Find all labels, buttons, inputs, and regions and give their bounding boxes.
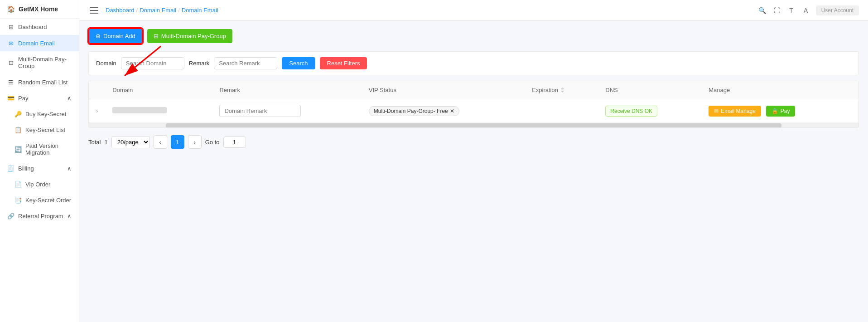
sidebar-group-referral[interactable]: 🔗 Referral Program ∧	[0, 208, 79, 224]
search-icon[interactable]: 🔍	[758, 6, 767, 15]
list-icon: 📋	[14, 127, 22, 133]
grid-icon: ⊡	[7, 59, 14, 66]
badge-close[interactable]: ✕	[450, 108, 454, 114]
chevron-up-icon-referral: ∧	[67, 213, 72, 220]
expiration-cell	[525, 99, 598, 123]
sidebar-item-random-email[interactable]: ☰ Random Email List	[0, 74, 79, 90]
multi-domain-label: Multi-Domain Pay-Group	[161, 33, 226, 39]
billing-icon: 🧾	[7, 165, 14, 172]
expand-icon[interactable]: ›	[96, 107, 98, 114]
domain-search-input[interactable]	[121, 57, 184, 69]
total-count: 1	[104, 139, 107, 146]
expand-cell[interactable]: ›	[89, 99, 105, 123]
breadcrumb-sep1: /	[136, 7, 138, 14]
plus-icon: ⊕	[96, 33, 101, 39]
col-domain: Domain	[105, 81, 212, 99]
migrate-icon: 🔄	[14, 146, 22, 153]
sidebar-item-dashboard[interactable]: ⊞ Dashboard	[0, 19, 79, 35]
prev-page-button[interactable]: ‹	[154, 135, 167, 149]
multi-domain-button[interactable]: ⊞ Multi-Domain Pay-Group	[147, 29, 232, 43]
breadcrumb-dashboard[interactable]: Dashboard	[106, 7, 135, 14]
remark-cell[interactable]	[212, 99, 361, 123]
sidebar-label-dashboard: Dashboard	[18, 24, 47, 30]
sidebar-item-buy-key[interactable]: 🔑 Buy Key-Secret	[0, 106, 79, 122]
table-row: › Multi-Domain Pay-Group- Free ✕	[89, 99, 858, 123]
main: Dashboard / Domain Email / Domain Email …	[79, 0, 868, 322]
dashboard-icon: ⊞	[7, 23, 14, 30]
multi-icon: ⊞	[154, 33, 159, 39]
email-manage-button[interactable]: ✉ Email Manage	[709, 106, 761, 117]
action-bar: ⊕ Domain Add ⊞ Multi-Domain Pay-Group	[88, 28, 859, 44]
sidebar-item-key-list[interactable]: 📋 Key-Secret List	[0, 122, 79, 138]
sidebar-label-vip-order: Vip Order	[25, 181, 50, 188]
pay-icon: 💳	[7, 95, 14, 102]
sidebar-label-random-email: Random Email List	[18, 79, 68, 86]
col-expand	[89, 81, 105, 99]
user-account[interactable]: User Account	[816, 5, 859, 15]
breadcrumb-domain-email-1[interactable]: Domain Email	[140, 7, 176, 14]
goto-input[interactable]	[223, 137, 246, 148]
sidebar-item-vip-order[interactable]: 📄 Vip Order	[0, 176, 79, 192]
lock-icon: 🔒	[772, 108, 778, 114]
domain-blurred	[112, 107, 167, 113]
chevron-up-icon-billing: ∧	[67, 165, 72, 172]
col-manage: Manage	[701, 81, 858, 99]
fullscreen-icon[interactable]: ⛶	[772, 6, 781, 15]
vip-icon: 📄	[14, 181, 22, 188]
referral-icon: 🔗	[7, 213, 14, 220]
domain-table: Domain Remark VIP Status Expiration ⇕ DN…	[89, 81, 858, 123]
breadcrumb-sep2: /	[178, 7, 180, 14]
dns-status-badge: Receive DNS OK	[605, 106, 657, 117]
remark-filter-label: Remark	[189, 60, 210, 67]
remark-input[interactable]	[219, 105, 301, 117]
vip-status-cell: Multi-Domain Pay-Group- Free ✕	[362, 99, 525, 123]
reset-button[interactable]: Reset Filters	[320, 57, 367, 69]
hamburger-menu[interactable]	[88, 5, 100, 15]
filter-bar: Domain Remark Search Reset Filters	[88, 51, 859, 75]
topbar: Dashboard / Domain Email / Domain Email …	[79, 0, 868, 21]
key-order-icon: 📑	[14, 197, 22, 204]
breadcrumb: Dashboard / Domain Email / Domain Email	[88, 5, 218, 15]
sidebar-item-paid-migration[interactable]: 🔄 Paid Version Migration	[0, 138, 79, 161]
translate-icon[interactable]: A	[801, 6, 810, 15]
domain-filter-label: Domain	[96, 60, 116, 67]
sidebar-label-pay: Pay	[18, 95, 28, 102]
sort-icon[interactable]: ⇕	[560, 87, 565, 93]
sidebar-group-billing[interactable]: 🧾 Billing ∧	[0, 161, 79, 176]
sidebar-label-billing: Billing	[18, 165, 34, 172]
sidebar-label-paid-migration: Paid Version Migration	[25, 142, 72, 156]
remark-search-input[interactable]	[214, 57, 277, 69]
total-label: Total	[88, 139, 101, 146]
sidebar-label-multi-domain: Multi-Domain Pay-Group	[18, 56, 72, 69]
vip-status-badge: Multi-Domain Pay-Group- Free ✕	[369, 106, 459, 116]
home-icon: 🏠	[7, 5, 15, 13]
pay-button[interactable]: 🔒 Pay	[766, 106, 796, 117]
text-icon[interactable]: T	[787, 6, 796, 15]
email-icon: ✉	[7, 39, 14, 47]
table-scrollbar[interactable]	[89, 123, 858, 127]
sidebar-label-buy-key: Buy Key-Secret	[25, 111, 66, 117]
dns-cell: Receive DNS OK	[598, 99, 701, 123]
page-size-select[interactable]: 20/page	[111, 136, 150, 148]
table-wrapper: Domain Remark VIP Status Expiration ⇕ DN…	[88, 81, 859, 128]
sidebar-group-pay[interactable]: 💳 Pay ∧	[0, 90, 79, 106]
sidebar-item-domain-email[interactable]: ✉ Domain Email	[0, 35, 79, 51]
sidebar-item-multi-domain[interactable]: ⊡ Multi-Domain Pay-Group	[0, 51, 79, 74]
chevron-up-icon: ∧	[67, 95, 72, 102]
search-button[interactable]: Search	[282, 57, 315, 69]
domain-cell	[105, 99, 212, 123]
sidebar-label-referral: Referral Program	[18, 213, 63, 220]
sidebar: 🏠 GetMX Home ⊞ Dashboard ✉ Domain Email …	[0, 0, 79, 322]
sidebar-item-key-order[interactable]: 📑 Key-Secret Order	[0, 192, 79, 208]
sidebar-label-key-order: Key-Secret Order	[25, 197, 71, 204]
content-area: ⊕ Domain Add ⊞ Multi-Domain Pay-Group Do…	[79, 21, 868, 322]
logo-label: GetMX Home	[19, 5, 58, 13]
col-remark: Remark	[212, 81, 361, 99]
sidebar-label-key-list: Key-Secret List	[25, 127, 65, 133]
domain-add-button[interactable]: ⊕ Domain Add	[88, 28, 143, 44]
next-page-button[interactable]: ›	[188, 135, 202, 149]
page-1-button[interactable]: 1	[171, 135, 184, 149]
sidebar-logo[interactable]: 🏠 GetMX Home	[0, 0, 79, 19]
topbar-right: 🔍 ⛶ T A User Account	[758, 5, 859, 15]
breadcrumb-domain-email-2: Domain Email	[182, 7, 218, 14]
